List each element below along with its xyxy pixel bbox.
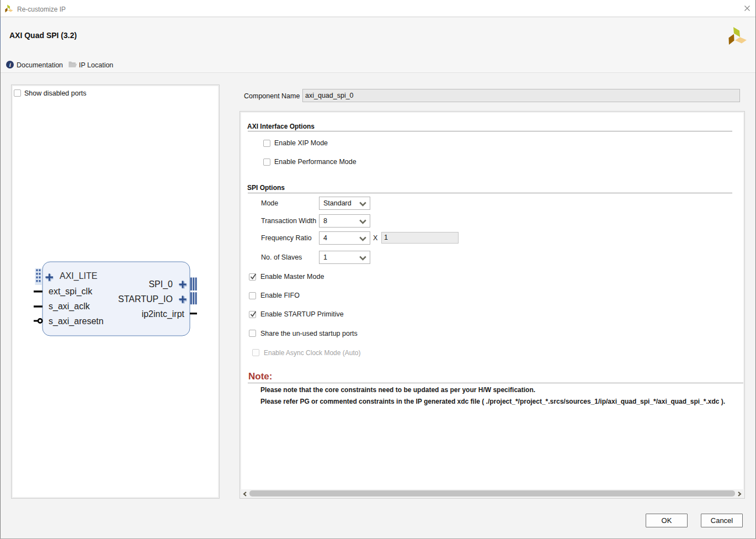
svg-text:AXI_LITE: AXI_LITE <box>60 271 97 281</box>
svg-text:s_axi_aresetn: s_axi_aresetn <box>49 316 104 326</box>
svg-text:ext_spi_clk: ext_spi_clk <box>49 287 93 297</box>
svg-text:SPI_0: SPI_0 <box>148 279 173 289</box>
svg-text:ip2intc_irpt: ip2intc_irpt <box>142 309 185 319</box>
svg-text:STARTUP_IO: STARTUP_IO <box>118 294 173 304</box>
svg-text:s_axi_aclk: s_axi_aclk <box>49 302 90 311</box>
